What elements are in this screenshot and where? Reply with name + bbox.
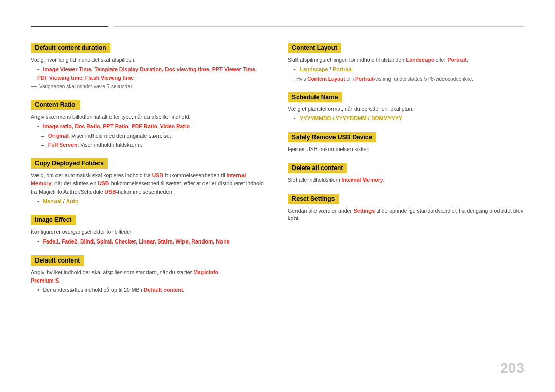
usb-link: USB [152,172,163,178]
internal-memory-link: Internal Memory [31,172,246,186]
section-body-content-layout: Skift afspilningsretningen for indhold t… [288,56,524,83]
section-copy-deployed-folders: Copy Deployed Folders Vælg, om der autom… [31,158,267,206]
sep: / [328,66,332,72]
list-item: Der understøttes indhold på op til 20 MB… [37,286,267,294]
landscape-label: Landscape [300,66,328,72]
section-body-copy-deployed-folders: Vælg, om der automatisk skal kopieres in… [31,172,267,206]
content-area: Default content duration Vælg, hvor lang… [31,43,524,371]
sub-list-item: Full Screen: Viser indhold i fuldskærm. [41,141,267,150]
section-body-reset-settings: Gendan alle værdier under Settings til d… [288,207,524,223]
top-bar-dark [31,26,108,27]
list-item: Fade1, Fade2, Blind, Spiral, Checker, Li… [37,238,267,246]
section-content-layout: Content Layout Skift afspilningsretninge… [288,43,524,83]
left-column: Default content duration Vælg, hvor lang… [31,43,267,371]
section-default-content-duration: Default content duration Vælg, hvor lang… [31,43,267,90]
layout-text1: Skift afspilningsretningen for indhold t… [288,57,406,63]
body-text: Slet alle indholdsfiler i Internal Memor… [288,176,524,184]
sep: / [62,198,66,204]
section-title-default-content: Default content [31,255,84,266]
section-body-schedule-name: Vælg et plantitelformat, når du opretter… [288,105,524,123]
section-body-content-ratio: Angiv skærmens billedformat alt efter ty… [31,113,267,149]
landscape-bold: Landscape [406,57,434,63]
delete-text1: Slet alle indholdsfiler i [288,177,341,183]
section-title-default-content-duration: Default content duration [31,43,110,53]
body-text: Konfigurerer overgangseffekter for bille… [31,228,267,236]
top-bar-light [113,26,524,27]
section-image-effect: Image Effect Konfigurerer overgangseffek… [31,215,267,246]
section-title-copy-deployed-folders: Copy Deployed Folders [31,158,108,169]
internal-memory-bold: Internal Memory [341,177,383,183]
section-title-content-ratio: Content Ratio [31,100,80,110]
list-item: Landscape / Portrait [294,66,524,74]
manual-label: Manual [43,198,62,204]
section-body-default-content-duration: Vælg, hvor lang tid indholdet skal afspi… [31,56,267,90]
sub-list-item: Original: Viser indhold med den original… [41,132,267,140]
section-title-reset-settings: Reset Settings [288,194,339,204]
section-safely-remove-usb: Safely Remove USB Device Fjerner USB-huk… [288,132,524,154]
note-line: — Hvis Content Layout er i Portrait-visn… [288,75,524,83]
section-title-content-layout: Content Layout [288,43,341,53]
body-text: Gendan alle værdier under Settings til d… [288,207,524,223]
body-text: Angiv skærmens billedformat alt efter ty… [31,113,267,121]
list-item: Image Viewer Time, Template Display Dura… [37,66,267,82]
section-body-default-content: Angiv, hvilket indhold der skal afspille… [31,269,267,294]
section-title-safely-remove-usb: Safely Remove USB Device [288,132,376,142]
section-delete-all-content: Delete all content Slet alle indholdsfil… [288,163,524,184]
sub-list: Original: Viser indhold med den original… [31,132,267,150]
content-layout-ref: Content Layout [307,76,345,82]
fullscreen-text: : Viser indhold i fuldskærm. [77,142,142,148]
note-text: Varigheden skal mindst være 5 sekunder. [39,83,133,90]
effects-list: Fade1, Fade2, Blind, Spiral, Checker, Li… [43,238,230,245]
list-item: Manual / Auto [37,198,267,206]
section-title-delete-all-content: Delete all content [288,163,347,173]
top-bar [31,26,524,27]
section-default-content: Default content Angiv, hvilket indhold d… [31,255,267,294]
section-body-delete-all-content: Slet alle indholdsfiler i Internal Memor… [288,176,524,184]
section-reset-settings: Reset Settings Gendan alle værdier under… [288,194,524,223]
note-dash: — [288,75,294,82]
right-column: Content Layout Skift afspilningsretninge… [288,43,524,371]
date-formats: YYYYMMDD / YYYYDDMM / DDMMYYYY [300,115,402,121]
bold-original: Original [48,133,69,139]
bold-link: Image ratio, Doc Ratio, PPT Ratio, PDF R… [43,123,190,129]
body-text: Vælg, hvor lang tid indholdet skal afspi… [31,56,267,64]
page: Default content duration Vælg, hvor lang… [0,0,555,392]
portrait-ref: Portrait [355,76,374,82]
bold-link: Image Viewer Time, Template Display Dura… [37,66,257,81]
delete-text2: . [383,177,385,183]
section-body-safely-remove-usb: Fjerner USB-hukommelsen sikkert [288,145,524,154]
list-item: Image ratio, Doc Ratio, PPT Ratio, PDF R… [37,123,267,131]
settings-bold: Settings [354,208,375,214]
page-number: 203 [500,360,524,377]
body-text: Vælg, om der automatisk skal kopieres in… [31,172,267,196]
auto-label: Auto [66,198,79,204]
usb-link2: USB [98,180,109,186]
default-content-link: Default content [144,287,183,293]
section-title-schedule-name: Schedule Name [288,92,342,102]
eller-text: eller [434,57,448,63]
portrait-label: Portrait [332,66,351,72]
section-title-image-effect: Image Effect [31,215,76,225]
section-content-ratio: Content Ratio Angiv skærmens billedforma… [31,100,267,149]
list-item: YYYYMMDD / YYYYDDMM / DDMMYYYY [294,115,524,123]
note-line: — Varigheden skal mindst være 5 sekunder… [31,83,267,90]
portrait-bold: Portrait [448,57,467,63]
usb-link3: USB [105,189,116,195]
body-text: Fjerner USB-hukommelsen sikkert [288,145,524,154]
note-text: Hvis Content Layout er i Portrait-visnin… [296,75,473,83]
bold-fullscreen: Full Screen [48,142,78,148]
body-text: Angiv, hvilket indhold der skal afspille… [31,269,267,285]
magicinfo-link: MagicInfoPremium S [31,269,218,284]
note-dash: — [31,83,37,90]
body-text: Skift afspilningsretningen for indhold t… [288,56,524,64]
section-schedule-name: Schedule Name Vælg et plantitelformat, n… [288,92,524,123]
section-body-image-effect: Konfigurerer overgangseffekter for bille… [31,228,267,246]
body-text: Vælg et plantitelformat, når du opretter… [288,105,524,114]
original-text: : Viser indhold med den originale større… [68,133,171,139]
